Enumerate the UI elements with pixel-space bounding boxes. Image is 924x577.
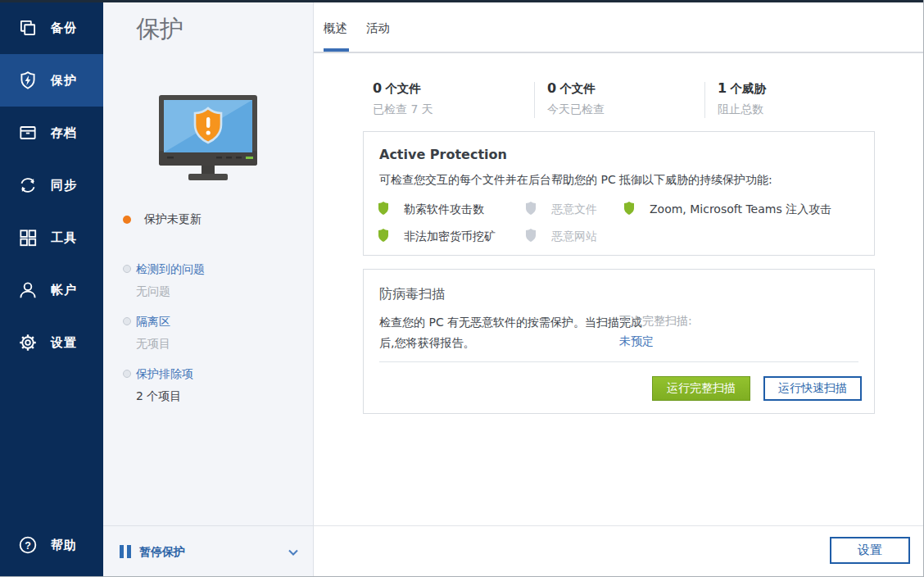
antivirus-description: 检查您的 PC 有无恶意软件的按需保护。当扫描完成后,您将获得报告。 — [379, 312, 646, 353]
sidebar-item-label: 设置 — [51, 335, 77, 351]
page-title: 保护 — [136, 13, 183, 46]
feature-label: 非法加密货币挖矿 — [404, 229, 496, 244]
feature-label: 勒索软件攻击数 — [404, 202, 484, 217]
sidebar-item-label: 帮助 — [51, 538, 77, 553]
archive-box-icon — [17, 122, 38, 143]
protection-status-panel: 保护 保护未更新 — [103, 0, 314, 576]
sidebar-item-label: 帐户 — [51, 283, 77, 298]
protection-alert-status: 保护未更新 — [123, 212, 202, 227]
stat-sub: 阻止总数 — [718, 102, 766, 117]
monitor-shield-illustration — [156, 95, 260, 185]
pause-protection-button[interactable]: 暂停保护 — [103, 525, 313, 576]
stat-value: 0 — [547, 80, 556, 96]
main-footer: 设置 — [314, 525, 923, 576]
protection-settings-button[interactable]: 设置 — [830, 537, 910, 564]
pause-icon — [120, 545, 131, 558]
sidebar-item-label: 存档 — [51, 125, 77, 141]
sidebar-item-tools[interactable]: 工具 — [0, 211, 103, 264]
main-content: 概述 活动 0个文件 已检查 7 天 0个文件 今天已检查 1个威胁 阻止总数 … — [314, 0, 923, 576]
tab-activity[interactable]: 活动 — [366, 20, 390, 36]
app-window: 备份 保护 存档 — [0, 0, 924, 577]
account-user-icon — [17, 279, 38, 301]
window-top-border — [0, 0, 923, 2]
next-scan-value-link[interactable]: 未预定 — [619, 334, 654, 349]
quarantine-value: 无项目 — [136, 337, 295, 352]
quarantine-link[interactable]: 隔离区 — [136, 315, 295, 329]
sidebar-item-sync[interactable]: 同步 — [0, 159, 103, 211]
tab-overview[interactable]: 概述 — [324, 20, 347, 36]
status-item-detected-issues: 检测到的问题 无问题 — [123, 262, 295, 299]
sidebar-item-label: 工具 — [51, 230, 77, 246]
sidebar-item-account[interactable]: 帐户 — [0, 264, 103, 316]
sync-arrows-icon — [17, 175, 38, 196]
status-item-quarantine: 隔离区 无项目 — [123, 315, 295, 352]
active-tab-underline — [324, 48, 349, 52]
svg-text:?: ? — [25, 540, 31, 552]
feature-cryptomining: 非法加密货币挖矿 — [378, 229, 496, 244]
status-bullet — [123, 370, 131, 378]
stat-sub: 已检查 7 天 — [373, 102, 433, 117]
antivirus-title: 防病毒扫描 — [379, 286, 445, 303]
settings-gear-icon — [17, 332, 38, 353]
status-bullet — [123, 265, 131, 273]
shield-on-icon — [378, 229, 389, 245]
sidebar-item-settings[interactable]: 设置 — [0, 316, 103, 369]
exclusions-value: 2 个项目 — [136, 389, 295, 404]
help-question-icon: ? — [17, 534, 38, 556]
shield-off-icon — [525, 202, 537, 218]
shield-off-icon — [525, 229, 537, 245]
sidebar-item-label: 同步 — [51, 178, 77, 193]
pause-protection-label: 暂停保护 — [139, 545, 185, 560]
stat-value: 1 — [718, 80, 727, 96]
shield-on-icon — [378, 202, 389, 218]
active-protection-title: Active Protection — [379, 147, 507, 162]
feature-zoom-teams-injection: Zoom, Microsoft Teams 注入攻击 — [623, 202, 831, 217]
next-scan-label: 下次完整扫描: — [619, 314, 692, 329]
sidebar-item-help[interactable]: ? 帮助 — [0, 519, 103, 571]
active-protection-card: Active Protection 可检查您交互的每个文件并在后台帮助您的 PC… — [363, 131, 875, 256]
alert-dot — [123, 216, 131, 224]
status-item-exclusions: 保护排除项 2 个项目 — [123, 367, 295, 404]
stat-files-checked-week: 0个文件 已检查 7 天 — [373, 80, 433, 117]
stat-unit: 个威胁 — [730, 82, 766, 95]
sidebar-item-label: 备份 — [51, 20, 77, 36]
sidebar: 备份 保护 存档 — [0, 0, 103, 576]
sidebar-item-label: 保护 — [51, 73, 77, 89]
tools-grid-icon — [17, 227, 38, 248]
run-full-scan-button[interactable]: 运行完整扫描 — [652, 376, 750, 401]
active-protection-description: 可检查您交互的每个文件并在后台帮助您的 PC 抵御以下威胁的持续保护功能: — [379, 170, 772, 190]
run-quick-scan-button[interactable]: 运行快速扫描 — [763, 376, 862, 401]
backup-copy-icon — [17, 17, 38, 39]
stat-files-checked-today: 0个文件 今天已检查 — [547, 80, 605, 117]
feature-ransomware: 勒索软件攻击数 — [378, 202, 484, 217]
antivirus-scan-card: 防病毒扫描 检查您的 PC 有无恶意软件的按需保护。当扫描完成后,您将获得报告。… — [363, 269, 875, 414]
stat-unit: 个文件 — [385, 82, 421, 95]
feature-malicious-files: 恶意文件 — [525, 202, 597, 217]
stat-divider — [704, 82, 705, 118]
stat-value: 0 — [373, 80, 382, 96]
shield-bolt-icon — [17, 70, 38, 91]
stat-sub: 今天已检查 — [547, 102, 605, 117]
tabs-divider — [314, 52, 923, 53]
feature-label: Zoom, Microsoft Teams 注入攻击 — [650, 202, 831, 217]
stat-divider — [534, 82, 535, 118]
feature-malicious-websites: 恶意网站 — [525, 229, 597, 244]
sidebar-item-archive[interactable]: 存档 — [0, 107, 103, 159]
shield-on-icon — [623, 202, 635, 218]
feature-label: 恶意文件 — [551, 202, 597, 217]
alert-label: 保护未更新 — [144, 212, 202, 227]
status-bullet — [123, 317, 131, 325]
sidebar-item-protection[interactable]: 保护 — [0, 54, 103, 107]
sidebar-item-backup[interactable]: 备份 — [0, 2, 103, 54]
detected-issues-value: 无问题 — [136, 284, 295, 299]
stat-unit: 个文件 — [559, 82, 596, 95]
exclusions-link[interactable]: 保护排除项 — [136, 367, 295, 382]
stat-threats-blocked: 1个威胁 阻止总数 — [718, 80, 766, 117]
feature-label: 恶意网站 — [551, 229, 597, 244]
card-divider — [379, 361, 858, 362]
chevron-down-icon[interactable] — [287, 546, 300, 562]
detected-issues-link[interactable]: 检测到的问题 — [136, 262, 295, 277]
